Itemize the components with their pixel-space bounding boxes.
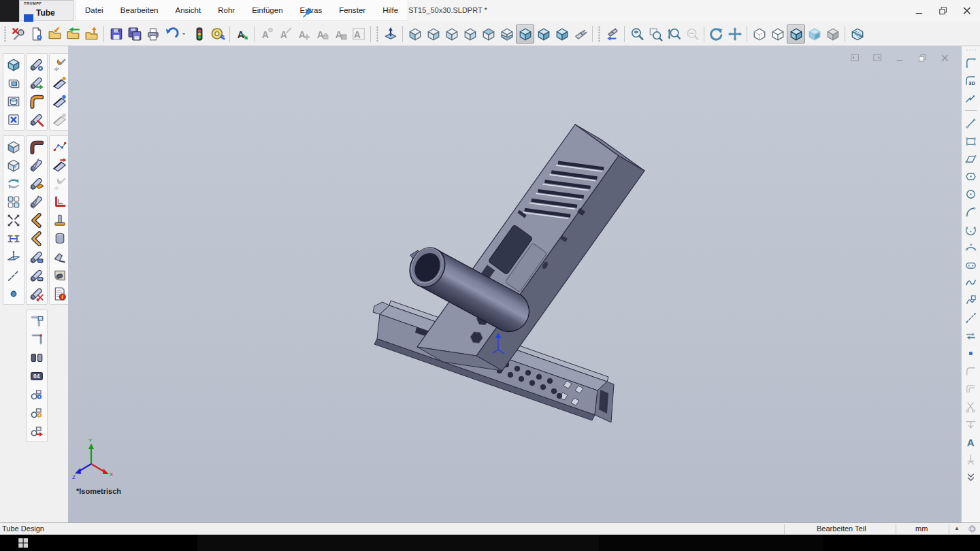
machine-setup-icon[interactable] (28, 403, 46, 422)
node-weld-icon[interactable] (51, 137, 69, 156)
undo-icon[interactable] (162, 24, 180, 44)
machine-settings-icon[interactable] (28, 385, 46, 403)
zoom-fit-icon[interactable] (627, 24, 646, 44)
annotation-new-icon[interactable]: A (257, 24, 276, 44)
next-view-icon[interactable] (870, 52, 884, 64)
statusbar-expand-icon[interactable]: ▲ (954, 525, 960, 531)
menu-hilfe[interactable]: Hilfe (382, 6, 398, 14)
three-point-arc-icon[interactable] (963, 239, 979, 254)
frame-corner-2-icon[interactable] (28, 330, 46, 348)
open-document-icon[interactable] (46, 24, 64, 44)
close-viewport-icon[interactable] (938, 52, 951, 64)
save-all-icon[interactable] (125, 24, 144, 44)
annotation-lock-icon[interactable]: A (312, 24, 331, 44)
multi-view-icon[interactable] (5, 193, 22, 211)
annotation-save-icon[interactable]: A (331, 24, 349, 44)
tube-split-icon[interactable] (28, 284, 46, 303)
seam-disabled-icon[interactable] (51, 110, 69, 129)
new-3d-part-icon[interactable] (5, 55, 22, 73)
punch-press-icon[interactable] (51, 211, 69, 229)
menu-einfgen[interactable]: Einfügen (252, 6, 282, 14)
pipe-joint-icon[interactable] (28, 348, 46, 367)
centerpoint-arc-icon[interactable] (963, 222, 979, 237)
close-document-icon[interactable] (9, 24, 27, 44)
trim-entities-icon[interactable] (963, 399, 979, 414)
rotate-view-icon[interactable] (707, 24, 725, 44)
tube-bend-icon[interactable] (28, 92, 46, 110)
centerline-sketch-icon[interactable] (963, 310, 979, 325)
save-icon[interactable] (107, 24, 125, 44)
spark-disabled-icon[interactable] (51, 174, 69, 193)
miter-cut-icon[interactable] (28, 211, 46, 229)
parallelogram-icon[interactable] (963, 151, 979, 166)
traffic-light-icon[interactable] (190, 24, 208, 44)
tube-remove-icon[interactable] (28, 110, 46, 129)
tube-properties-icon[interactable] (28, 55, 46, 73)
menu-ansicht[interactable]: Ansicht (175, 6, 201, 14)
annotation-frame-icon[interactable]: A (349, 24, 368, 44)
seam-weld-2-icon[interactable] (51, 92, 69, 110)
spline-surface-icon[interactable] (963, 293, 979, 307)
connector-icon[interactable] (5, 229, 22, 248)
fit-view-icon[interactable] (5, 211, 22, 229)
export-document-icon[interactable] (82, 24, 101, 44)
part-window-icon[interactable] (5, 73, 22, 92)
elbow-segment-icon[interactable] (28, 137, 46, 156)
fillet-sketch-icon[interactable] (963, 363, 979, 378)
tube-trim-icon[interactable] (28, 156, 46, 174)
slug-tool-icon[interactable] (51, 266, 69, 284)
machine-export-icon[interactable] (28, 422, 46, 440)
frame-corner-icon[interactable] (28, 312, 46, 330)
zoom-selection-icon[interactable] (683, 24, 701, 44)
menu-fenster[interactable]: Fenster (339, 6, 365, 14)
tube-erase-2-icon[interactable] (28, 266, 46, 284)
menu-rohr[interactable]: Rohr (218, 6, 235, 14)
edit-sketch-icon[interactable] (963, 90, 979, 105)
seam-weld-icon[interactable] (51, 73, 69, 92)
circle-icon[interactable] (963, 186, 979, 201)
sketch-3d-icon[interactable]: 3D (963, 73, 979, 88)
slot-icon[interactable] (963, 257, 979, 272)
model-3d[interactable] (68, 46, 961, 522)
minimize-window-icon[interactable] (912, 3, 927, 18)
section-view-icon[interactable] (848, 24, 866, 44)
annotation-add-icon[interactable]: A (294, 24, 312, 44)
cylinder-stock-icon[interactable] (5, 92, 22, 110)
annotation-export-icon[interactable]: A (233, 24, 251, 44)
close-model-icon[interactable] (5, 110, 22, 129)
torch-cut-icon[interactable] (51, 55, 69, 73)
viewport-canvas[interactable]: Y X Z *Isometrisch (68, 46, 961, 522)
view-bottom-icon[interactable] (497, 24, 516, 44)
view-right-icon[interactable] (461, 24, 479, 44)
sketch-icon[interactable] (963, 55, 979, 70)
centerline-icon[interactable] (5, 266, 22, 284)
convert-entities-icon[interactable] (963, 328, 979, 343)
point-sketch-icon[interactable] (963, 346, 979, 361)
view-trimetric-icon[interactable] (534, 24, 553, 44)
import-document-icon[interactable] (64, 24, 82, 44)
view-isometric-icon[interactable] (516, 24, 534, 44)
cylinder-tool-icon[interactable] (51, 229, 69, 248)
production-report-icon[interactable] (51, 284, 69, 303)
seam-direction-icon[interactable] (51, 156, 69, 174)
clamp-tool-icon[interactable] (51, 248, 69, 266)
menu-datei[interactable]: Datei (85, 6, 103, 14)
miter-cut-2-icon[interactable] (28, 229, 46, 248)
more-sketch-tools-icon[interactable] (963, 469, 979, 484)
display-no-edges-icon[interactable] (823, 24, 842, 44)
zoom-in-out-icon[interactable] (664, 24, 683, 44)
restore-viewport-icon[interactable] (915, 52, 929, 64)
display-hidden-lines-visible-icon[interactable] (750, 24, 768, 44)
view-dimetric-icon[interactable] (553, 24, 571, 44)
normal-to-icon[interactable] (381, 24, 399, 44)
mirror-entities-icon[interactable] (963, 416, 979, 431)
rectangle-icon[interactable] (963, 133, 979, 148)
windows-start-icon[interactable] (18, 537, 29, 548)
pipe-order-icon[interactable]: 04 (28, 367, 46, 385)
display-shaded-edges-icon[interactable] (787, 24, 805, 44)
statusbar-units[interactable]: mm (915, 524, 928, 533)
display-shaded-icon[interactable] (805, 24, 823, 44)
minimize-viewport-icon[interactable] (893, 52, 906, 64)
spline-icon[interactable] (963, 275, 979, 290)
view-orientation-icon[interactable] (603, 24, 621, 44)
